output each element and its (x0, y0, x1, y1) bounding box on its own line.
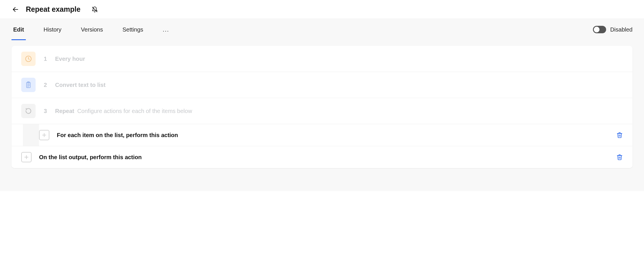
step-row[interactable]: 2 Convert text to list (11, 72, 633, 98)
action-label: For each item on the list, perform this … (57, 132, 178, 139)
step-number: 1 (43, 56, 48, 62)
delete-button[interactable] (616, 132, 623, 138)
enable-toggle[interactable] (593, 26, 606, 33)
tab-more[interactable]: ... (161, 19, 171, 40)
workflow-card: 1 Every hour 2 Convert text to list 3 Re… (11, 46, 633, 168)
output-action-row[interactable]: On the list output, perform this action (11, 146, 633, 168)
clock-icon (25, 55, 32, 63)
arrow-left-icon (12, 6, 19, 13)
step-icon (21, 52, 36, 66)
clipboard-list-icon (25, 81, 32, 89)
plus-icon (24, 154, 29, 160)
header: Repeat example (0, 0, 644, 19)
plus-icon (41, 132, 47, 138)
step-row[interactable]: 1 Every hour (11, 46, 633, 72)
tab-settings[interactable]: Settings (121, 19, 145, 40)
enable-toggle-label: Disabled (610, 26, 633, 33)
repeat-icon (25, 107, 32, 115)
action-label: On the list output, perform this action (39, 154, 142, 161)
step-label: Repeat (55, 108, 74, 114)
step-number: 3 (43, 108, 48, 114)
step-row[interactable]: 3 Repeat Configure actions for each of t… (11, 98, 633, 124)
step-label: Convert text to list (55, 82, 106, 88)
add-action-button[interactable] (21, 152, 32, 162)
tab-history[interactable]: History (42, 19, 63, 40)
bell-off-icon (92, 6, 98, 13)
step-label: Every hour (55, 56, 85, 62)
page-body: Edit History Versions Settings ... Disab… (0, 19, 644, 191)
tab-row: Edit History Versions Settings ... Disab… (0, 19, 644, 40)
notifications-button[interactable] (91, 5, 99, 13)
add-action-button[interactable] (39, 130, 49, 140)
back-button[interactable] (11, 5, 20, 13)
step-icon (21, 104, 36, 118)
step-icon (21, 78, 36, 92)
step-number: 2 (43, 82, 48, 88)
trash-icon (616, 154, 623, 160)
trash-icon (616, 132, 623, 138)
step-hint: Configure actions for each of the items … (77, 108, 192, 114)
delete-button[interactable] (616, 154, 623, 160)
nested-action-row[interactable]: For each item on the list, perform this … (11, 124, 633, 146)
tab-versions[interactable]: Versions (79, 19, 105, 40)
enable-toggle-wrap: Disabled (593, 26, 633, 33)
page-title: Repeat example (26, 5, 80, 13)
tabs: Edit History Versions Settings ... (11, 19, 589, 40)
tab-edit[interactable]: Edit (11, 19, 26, 40)
